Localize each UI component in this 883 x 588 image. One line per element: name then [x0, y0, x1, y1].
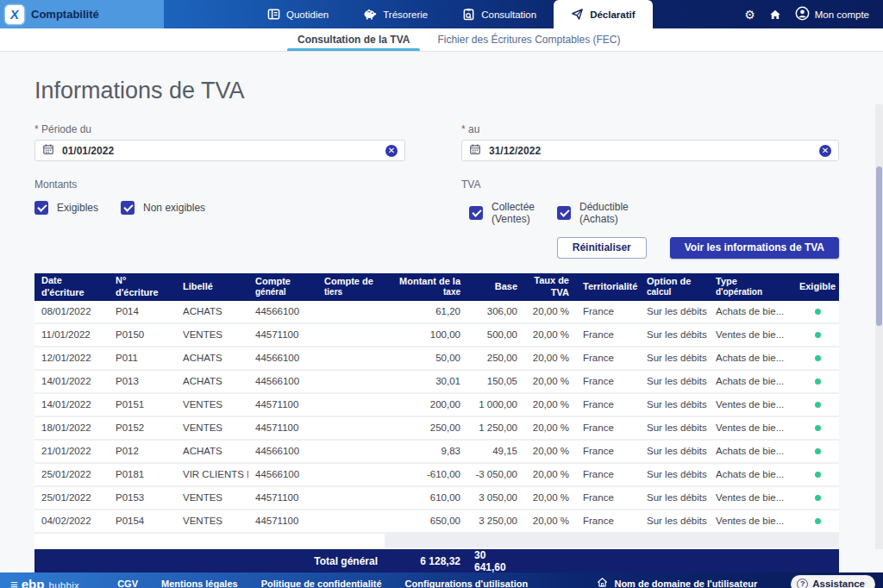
cell-libelle: VENTES — [176, 324, 248, 346]
table-row[interactable]: 18/01/2022P0152VENTES44571100250,001 250… — [34, 417, 839, 441]
col-header-taux[interactable]: Taux de TVA — [524, 273, 576, 301]
sub-tab-bar: Consultation de la TVA Fichier des Écrit… — [0, 28, 883, 52]
cell-compte_general: 44571100 — [248, 394, 317, 416]
cell-option: Sur les débits — [640, 324, 709, 346]
period-from-input[interactable]: 01/01/2022 ✕ — [34, 140, 405, 161]
calendar-icon — [42, 143, 54, 159]
filters: * Période du 01/01/2022 ✕ * au 31/12/202… — [34, 123, 839, 259]
col-header-libelle[interactable]: Libellé — [176, 273, 248, 301]
clipboard-search-icon — [462, 8, 475, 21]
col-header-compte-tiers[interactable]: Compte detiers — [317, 273, 385, 301]
nav-item-tresorerie[interactable]: Trésorerie — [346, 0, 445, 28]
nav-item-declaratif[interactable]: Déclaratif — [554, 0, 652, 28]
cell-taux: 20,00 % — [524, 394, 576, 416]
col-header-num[interactable]: N° d'écriture — [109, 273, 176, 301]
assistance-button[interactable]: ? Assistance — [792, 576, 874, 588]
table-row[interactable]: 14/01/2022P0151VENTES44571100200,001 000… — [34, 394, 839, 417]
tab-fec[interactable]: Fichier des Écritures Comptables (FEC) — [427, 28, 630, 51]
cell-type: Ventes de bie... — [709, 510, 796, 532]
cell-territorialite: France — [576, 371, 640, 392]
col-header-exigible[interactable]: Exigible — [796, 273, 839, 301]
cell-num: P0150 — [109, 324, 176, 346]
table-row[interactable]: 25/01/2022P0153VENTES44571100610,003 050… — [34, 487, 839, 510]
table-row[interactable]: 14/01/2022P013ACHATS4456610030,01150,052… — [34, 371, 839, 394]
col-header-territorialite[interactable]: Territorialité — [576, 273, 640, 301]
cell-montant: 250,00 — [385, 417, 467, 439]
table-row[interactable]: 04/02/2022P0154VENTES44571100650,003 250… — [34, 510, 839, 534]
nav-item-consultation[interactable]: Consultation — [445, 0, 554, 28]
table-row[interactable]: 08/01/2022P014ACHATS4456610061,20306,002… — [34, 301, 839, 324]
reset-button[interactable]: Réinitialiser — [557, 237, 647, 259]
exigible-status-dot — [796, 464, 839, 485]
cell-territorialite: France — [576, 441, 640, 462]
table-header-row: Date d'écriture N° d'écriture Libellé Co… — [34, 273, 839, 301]
cell-base: 306,00 — [467, 301, 524, 322]
app-window: X Comptabilité Quotidien Trésorerie C — [0, 0, 883, 588]
settings-gear-icon[interactable]: ⚙ — [744, 9, 755, 21]
nav-item-quotidien[interactable]: Quotidien — [250, 0, 346, 28]
cell-territorialite: France — [576, 417, 640, 439]
cell-base: 1 250,00 — [467, 417, 524, 439]
link-cgv[interactable]: CGV — [117, 579, 138, 588]
tab-consultation-tva[interactable]: Consultation de la TVA — [287, 28, 420, 51]
table-row[interactable]: 11/01/2022P0150VENTES44571100100,00500,0… — [34, 324, 839, 347]
table-row[interactable]: 21/01/2022P012ACHATS445661009,8349,1520,… — [34, 441, 839, 464]
cell-base: 3 250,00 — [467, 510, 524, 532]
cell-num: P012 — [109, 441, 176, 462]
col-header-base[interactable]: Base — [467, 273, 524, 301]
cell-date: 14/01/2022 — [34, 371, 109, 392]
cell-num: P0153 — [109, 487, 176, 509]
col-header-type[interactable]: Typed'opération — [709, 273, 796, 301]
exigible-status-dot — [796, 487, 839, 509]
cell-base: 1 000,00 — [467, 394, 524, 416]
cell-num: P013 — [109, 371, 176, 392]
domain-link[interactable]: Nom de domaine de l'utilisateur — [597, 576, 757, 588]
cell-base: 49,15 — [467, 441, 524, 462]
col-header-option[interactable]: Option decalcul — [640, 273, 709, 301]
cell-type: Achats de bie... — [709, 464, 796, 485]
cell-compte_general: 44571100 — [248, 417, 317, 439]
cell-date: 04/02/2022 — [34, 510, 109, 532]
checkbox-non-exigibles[interactable]: Non exigibles — [121, 201, 205, 215]
col-header-montant[interactable]: Montant de lataxe — [385, 273, 467, 301]
period-to-input[interactable]: 31/12/2022 ✕ — [461, 140, 839, 161]
cell-compte_tiers — [317, 347, 385, 369]
tva-table: Date d'écriture N° d'écriture Libellé Co… — [34, 273, 839, 572]
cell-compte_general: 44571100 — [248, 324, 317, 346]
checkbox-checked-icon — [469, 206, 483, 220]
total-base: 30 641,60 — [467, 549, 524, 573]
clear-date-icon[interactable]: ✕ — [819, 145, 831, 157]
cell-montant: 50,00 — [385, 347, 467, 369]
cell-base: 250,00 — [467, 347, 524, 369]
checkbox-deductible-achats[interactable]: Déductible(Achats) — [557, 201, 629, 226]
col-header-compte-general[interactable]: Comptegénéral — [248, 273, 317, 301]
scrollbar-thumb[interactable] — [876, 166, 882, 326]
link-mentions-legales[interactable]: Mentions légales — [161, 579, 238, 588]
checkbox-exigibles[interactable]: Exigibles — [34, 201, 98, 215]
checkbox-collectee-ventes[interactable]: Collectée(Ventes) — [469, 201, 535, 226]
table-row[interactable]: 25/01/2022P0181VIR CLIENTS D44566100-610… — [34, 464, 839, 487]
product-switcher[interactable]: X Comptabilité — [0, 0, 164, 28]
link-configurations-utilisation[interactable]: Configurations d'utilisation — [405, 579, 529, 588]
cell-type: Ventes de bie... — [709, 324, 796, 346]
cell-option: Sur les débits — [640, 394, 709, 416]
ebp-hubbix-logo[interactable]: ≡ ebp hubbix — [10, 577, 79, 588]
table-row[interactable]: 12/01/2022P011ACHATS4456610050,00250,002… — [34, 347, 839, 371]
cell-libelle: VENTES — [176, 394, 248, 416]
col-header-date[interactable]: Date d'écriture — [34, 273, 109, 301]
cell-montant: -610,00 — [385, 464, 467, 485]
cell-option: Sur les débits — [640, 371, 709, 392]
cell-libelle: VENTES — [176, 487, 248, 509]
clear-date-icon[interactable]: ✕ — [385, 145, 398, 157]
home-icon[interactable] — [769, 9, 781, 21]
my-account-button[interactable]: Mon compte — [795, 6, 869, 22]
cell-libelle: ACHATS — [176, 441, 248, 462]
cell-taux: 20,00 % — [524, 324, 576, 346]
vertical-scrollbar[interactable] — [875, 104, 883, 549]
view-tva-info-button[interactable]: Voir les informations de TVA — [670, 237, 839, 259]
cell-taux: 20,00 % — [524, 347, 576, 369]
montants-label: Montants — [34, 178, 405, 191]
cell-date: 18/01/2022 — [34, 417, 109, 439]
link-politique-confidentialite[interactable]: Politique de confidentialité — [261, 579, 382, 588]
calendar-icon — [469, 143, 481, 159]
